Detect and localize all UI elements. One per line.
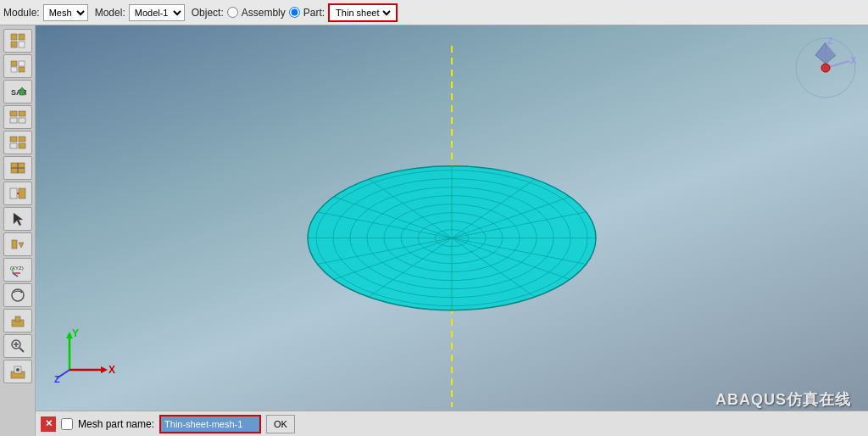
mesh-part-label: Mesh part name: [78,418,154,430]
cancel-button[interactable]: ✕ [41,416,56,432]
tool-partition[interactable] [3,156,32,180]
svg-rect-31 [15,316,20,321]
module-label: Module: [3,7,40,19]
tool-edit[interactable] [3,232,32,256]
svg-text:X: X [108,364,115,376]
svg-rect-16 [10,143,17,148]
object-group: Object: Assembly Part: Thin sheet [192,3,398,22]
tool-zoom-view[interactable] [3,334,32,358]
svg-rect-10 [10,111,17,116]
tool-assign-mesh[interactable] [3,105,32,129]
svg-marker-78 [101,366,108,373]
axis-orientation-widget: Z X [792,34,860,102]
module-group: Module: Mesh [3,4,88,21]
module-select[interactable]: Mesh [43,4,88,21]
tool-select[interactable] [3,207,32,231]
svg-rect-12 [10,118,17,123]
sidebar: SAR [0,25,36,436]
svg-text:Y: Y [72,327,79,339]
part-select-box: Thin sheet [328,3,398,22]
model-group: Model: Model-1 [95,4,185,21]
svg-text:X: X [850,55,857,65]
toolbar: Module: Mesh Model: Model-1 Object: Asse… [0,0,868,25]
part-select[interactable]: Thin sheet [332,7,393,19]
svg-rect-24 [12,240,17,249]
tool-seed-part[interactable] [3,29,32,53]
svg-rect-21 [10,188,17,198]
tool-virtual[interactable] [3,182,32,205]
part-label: Part: [303,7,325,19]
part-radio[interactable] [289,7,300,18]
svg-rect-5 [19,61,25,66]
svg-rect-1 [19,34,25,40]
object-label: Object: [192,7,224,19]
tool-rotate-view[interactable] [3,283,32,307]
ok-button[interactable]: OK [266,415,295,433]
model-label: Model: [95,7,125,19]
tool-mesh-part[interactable]: SAR [3,80,32,103]
svg-rect-6 [11,67,17,72]
svg-text:Z: Z [827,36,833,46]
viewport[interactable]: Z X Y Z [36,25,868,436]
tool-seed-edge[interactable] [3,54,32,78]
svg-rect-4 [11,61,17,66]
main-layout: SAR [0,25,868,436]
statusbar: ✕ Mesh part name: OK [36,411,868,436]
assembly-radio[interactable] [227,7,238,18]
svg-rect-0 [11,34,17,40]
status-checkbox[interactable] [61,418,73,430]
model-select[interactable]: Model-1 [129,4,185,21]
tool-pan-view[interactable] [3,309,32,333]
abaqus-brand-text: ABAQUS仿真在线 [715,389,851,410]
svg-rect-22 [19,188,25,198]
svg-rect-11 [19,111,25,116]
svg-rect-14 [10,137,17,142]
tool-snap[interactable] [3,360,32,383]
mesh-container [291,154,613,326]
mesh-part-name-input[interactable] [159,415,261,433]
svg-point-71 [821,64,830,72]
svg-rect-9 [19,90,25,95]
svg-line-33 [19,348,24,352]
svg-point-38 [16,368,19,372]
svg-rect-2 [11,42,17,48]
coordinate-indicator: Y Z X [53,323,120,385]
svg-rect-17 [19,143,25,148]
svg-rect-7 [19,67,25,72]
svg-text:Z: Z [54,374,60,383]
tool-element-type[interactable] [3,131,32,154]
object-radio-group: Assembly Part: [227,7,325,19]
svg-rect-13 [19,118,25,123]
svg-rect-3 [19,42,25,48]
tool-xyz[interactable]: (XYZ) [3,258,32,282]
svg-rect-15 [19,137,25,142]
mesh-ellipse-svg [291,154,613,323]
assembly-label: Assembly [242,7,286,19]
